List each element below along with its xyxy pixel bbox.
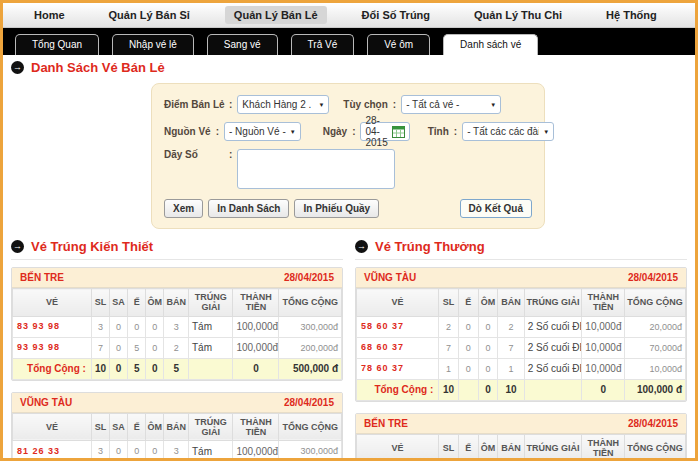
column-header: TRÚNG GIẢI [189, 289, 233, 317]
nguon-ve-label: Nguồn Vé [164, 126, 211, 137]
prize-name: Tám [189, 316, 233, 337]
menu-item-he-thong[interactable]: Hệ Thống [597, 6, 666, 24]
total-cell: 0 [110, 358, 128, 379]
unit-amount: 100,000đ [233, 316, 279, 337]
ngay-date-input[interactable]: 28-04-2015 [360, 122, 409, 141]
nguon-ve-select[interactable]: - Nguồn Vé - ▼ [224, 122, 301, 141]
grand-total: 100,000 đ [625, 379, 686, 400]
total-cell: 0 [233, 358, 279, 379]
table-station-bar: BẾN TRE28/04/2015 [356, 414, 686, 434]
total-cell: 10 [439, 379, 459, 400]
total-label: Tổng Cộng : [13, 358, 92, 379]
menu-item-doi-so-trung[interactable]: Đổi Số Trúng [353, 6, 439, 24]
tab-tong-quan[interactable]: Tổng Quan [15, 34, 99, 55]
row-total: 300,000đ [279, 316, 342, 337]
in-phieu-quay-button[interactable]: In Phiếu Quầy [294, 199, 379, 218]
column-header: VÉ [13, 413, 92, 441]
count-cell: 0 [128, 316, 146, 337]
day-so-label: Dãy Số [164, 149, 224, 160]
total-label: Tổng Cộng : [357, 379, 439, 400]
column-header: TỔNG CỘNG [279, 289, 342, 317]
column-header: THÀNH TIỀN [582, 434, 625, 461]
menu-item-home[interactable]: Home [25, 6, 74, 24]
column-header: SA [110, 413, 128, 441]
column-header: Ế [128, 413, 146, 441]
tab-danh-sach-ve[interactable]: Danh sách vé [443, 34, 538, 55]
column-header: ÔM [146, 289, 164, 317]
count-cell: 3 [91, 316, 109, 337]
ticket-number: 58 60 37 [357, 316, 439, 337]
row-total: 20,000đ [625, 316, 686, 337]
count-cell: 1 [439, 358, 459, 379]
calendar-icon[interactable] [392, 125, 405, 138]
count-cell: 2 [439, 316, 459, 337]
arrow-bullet-icon: → [11, 61, 24, 74]
count-cell: 3 [91, 441, 109, 461]
tab-tra-ve[interactable]: Trả Vé [291, 34, 355, 55]
unit-amount: 10,000đ [582, 316, 625, 337]
menu-item-quan-ly-ban-le[interactable]: Quản Lý Bán Lẻ [225, 6, 327, 24]
total-row: Tổng Cộng :1005050500,000 đ [13, 358, 342, 379]
station-name: BẾN TRE [20, 272, 64, 283]
column-header: Ế [458, 434, 478, 461]
tuy-chon-select[interactable]: - Tất cả vé - ▼ [401, 95, 501, 114]
prize-name: Tám [189, 337, 233, 358]
row-total: 200,000đ [279, 337, 342, 358]
diem-ban-le-select[interactable]: Khách Hàng 2 . . . ▼ [237, 95, 329, 114]
table-station-bar: BẾN TRE28/04/2015 [12, 268, 342, 288]
draw-date: 28/04/2015 [284, 272, 334, 283]
column-header: BÁN [498, 289, 524, 317]
column-header: TRÚNG GIẢI [189, 413, 233, 441]
count-cell: 0 [458, 337, 478, 358]
total-cell: 0 [478, 379, 498, 400]
count-cell: 7 [439, 337, 459, 358]
station-name: BẾN TRE [364, 418, 408, 429]
xem-button[interactable]: Xem [164, 199, 203, 218]
column-header: BÁN [164, 413, 189, 441]
count-cell: 0 [146, 316, 164, 337]
ticket-row: 58 60 3720022 Số cuối ĐB10,000đ20,000đ [357, 316, 686, 337]
table-station-bar: VŨNG TÀU28/04/2015 [356, 268, 686, 288]
prize-name: 2 Số cuối ĐB [524, 337, 582, 358]
count-cell: 0 [478, 316, 498, 337]
filter-panel: Điểm Bán Lẻ : Khách Hàng 2 . . . ▼ Tùy c… [151, 83, 545, 229]
ticket-row: 93 93 9870502Tám100,000đ200,000đ [13, 337, 342, 358]
column-header: THÀNH TIỀN [233, 289, 279, 317]
arrow-bullet-icon: → [11, 240, 24, 253]
tab-nhap-ve-le[interactable]: Nhập vé lẻ [112, 34, 194, 55]
unit-amount: 100,000đ [233, 441, 279, 461]
count-cell: 2 [498, 316, 524, 337]
grand-total: 500,000 đ [279, 358, 342, 379]
draw-date: 28/04/2015 [284, 397, 334, 408]
column-header: ÔM [478, 289, 498, 317]
in-danh-sach-button[interactable]: In Danh Sách [208, 199, 289, 218]
column-header: Ế [458, 289, 478, 317]
count-cell: 0 [110, 441, 128, 461]
arrow-bullet-icon: → [355, 240, 368, 253]
count-cell: 0 [458, 316, 478, 337]
count-cell: 0 [146, 441, 164, 461]
tab-ve-om[interactable]: Vé ôm [367, 34, 430, 55]
section-ve-trung-thuong: → Vé Trúng Thưởng VŨNG TÀU28/04/2015VÉSL… [355, 239, 687, 461]
do-ket-qua-button[interactable]: Dò Kết Quả [460, 199, 532, 218]
row-total: 10,000đ [625, 358, 686, 379]
unit-amount: 100,000đ [233, 337, 279, 358]
menu-item-quan-ly-ban-si[interactable]: Quản Lý Bán Sỉ [100, 6, 199, 24]
count-cell: 0 [478, 337, 498, 358]
count-cell: 0 [110, 337, 128, 358]
count-cell: 0 [146, 337, 164, 358]
count-cell: 3 [164, 316, 189, 337]
unit-amount: 10,000đ [582, 358, 625, 379]
column-header: SL [91, 413, 109, 441]
section-title-text: Vé Trúng Kiến Thiết [31, 239, 153, 254]
diem-ban-le-label: Điểm Bán Lẻ [164, 99, 224, 110]
column-header: SL [439, 434, 459, 461]
tab-sang-ve[interactable]: Sang vé [207, 34, 278, 55]
day-so-textarea[interactable] [237, 149, 395, 189]
ticket-number: 68 60 37 [357, 337, 439, 358]
ticket-number: 93 93 98 [13, 337, 92, 358]
draw-date: 28/04/2015 [628, 272, 678, 283]
count-cell: 1 [498, 358, 524, 379]
menu-item-quan-ly-thu-chi[interactable]: Quản Lý Thu Chi [465, 6, 571, 24]
tinh-select[interactable]: - Tất các các đài - ▼ [462, 122, 554, 141]
